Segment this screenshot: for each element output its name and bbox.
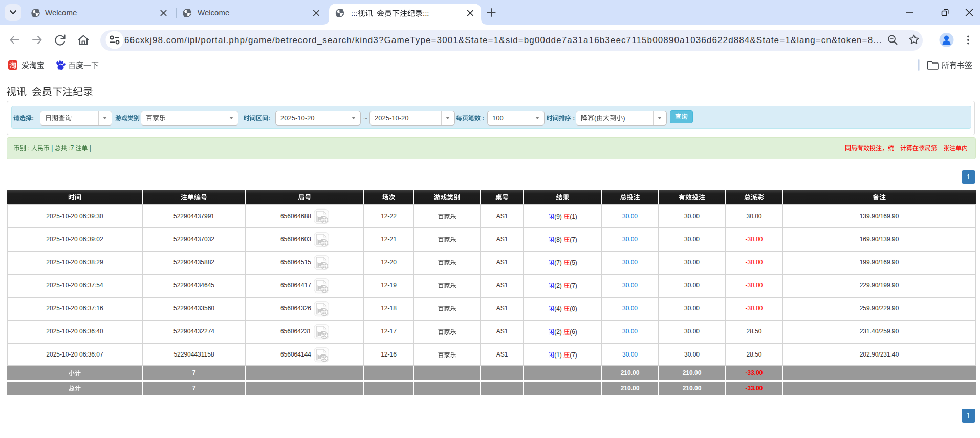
svg-text:(4): (4) bbox=[554, 305, 563, 312]
svg-text:(7): (7) bbox=[570, 351, 577, 359]
svg-text:(1): (1) bbox=[554, 351, 563, 359]
svg-text:(9): (9) bbox=[554, 213, 563, 220]
svg-text:(2): (2) bbox=[554, 328, 563, 336]
svg-text:(7): (7) bbox=[554, 259, 563, 266]
svg-text:(0): (0) bbox=[570, 305, 577, 312]
svg-text:(8): (8) bbox=[554, 236, 563, 243]
svg-text:(5): (5) bbox=[570, 259, 577, 266]
svg-text:(1): (1) bbox=[570, 213, 577, 220]
svg-text:(7): (7) bbox=[570, 236, 577, 243]
svg-text:(6): (6) bbox=[570, 328, 577, 336]
svg-text:(2): (2) bbox=[554, 282, 563, 289]
svg-text:(7): (7) bbox=[570, 282, 577, 289]
